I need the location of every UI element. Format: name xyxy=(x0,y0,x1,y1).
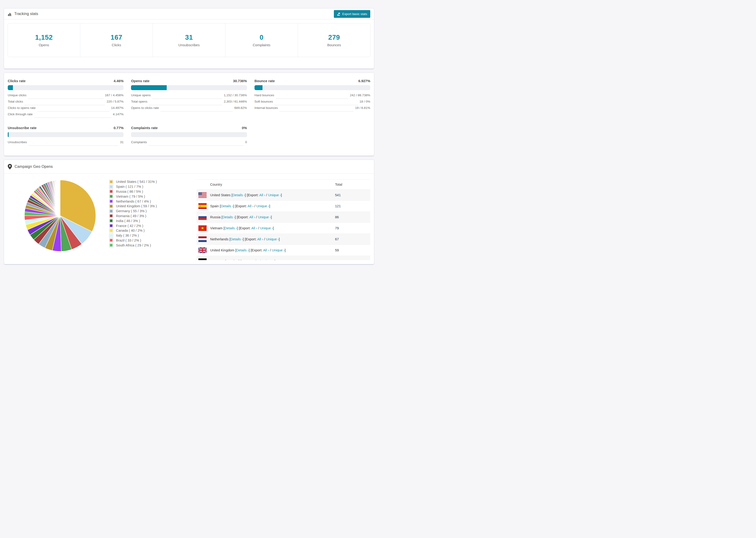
rate-detail-row: Total opens 2,303 / 61.446% xyxy=(131,100,247,106)
rate-detail-label: Unique opens xyxy=(131,93,150,97)
export-icon xyxy=(337,12,341,16)
country-total: 86 xyxy=(335,212,370,223)
rate-block: Bounce rate 6.927% Hard bounces 242 / 86… xyxy=(254,79,370,119)
rate-detail-label: Clicks to opens rate xyxy=(8,106,36,110)
stat-label: Bounces xyxy=(327,43,341,47)
progress-bar xyxy=(254,85,370,90)
rate-block: Clicks rate 4.46% Unique clicks 167 / 4.… xyxy=(8,79,124,119)
legend-item: India ( 46 / 3% ) xyxy=(109,218,157,223)
rate-detail-row: Unsubscribes 31 xyxy=(8,140,124,147)
export-unique-link[interactable]: Unique › xyxy=(266,237,279,241)
legend-item: South Africa ( 29 / 2% ) xyxy=(109,243,157,248)
legend-swatch-icon xyxy=(109,185,113,189)
rate-value: 30.736% xyxy=(233,79,247,83)
geo-opens-pie-chart xyxy=(21,177,99,254)
legend-swatch-icon xyxy=(109,199,113,203)
export-all-link[interactable]: All › xyxy=(253,259,259,260)
progress-bar xyxy=(131,85,247,90)
rate-detail-label: Total clicks xyxy=(8,100,23,103)
export-basic-stats-button[interactable]: Export basic stats xyxy=(334,10,370,18)
flag-es-icon xyxy=(198,203,207,209)
rate-detail-value: 31 xyxy=(120,140,124,144)
export-unique-link[interactable]: Unique › xyxy=(272,248,285,252)
legend-swatch-icon xyxy=(109,234,113,238)
country-column-header: Country xyxy=(196,180,335,190)
rate-detail-row: Total clicks 220 / 5.87% xyxy=(8,100,124,106)
details-link[interactable]: Details › xyxy=(233,193,245,197)
export-all-link[interactable]: All › xyxy=(251,226,257,230)
tracking-stats-header: Tracking stats Export basic stats xyxy=(4,9,374,20)
dotted-leader xyxy=(37,111,109,112)
stat-value: 279 xyxy=(328,33,340,41)
geo-table-row: United States [Details ›] [Export: All ›… xyxy=(196,190,370,201)
export-all-link[interactable]: All › xyxy=(257,237,263,241)
rate-title: Complaints rate xyxy=(131,126,158,130)
rate-block: Opens rate 30.736% Unique opens 1,152 / … xyxy=(131,79,247,119)
country-total: 79 xyxy=(335,223,370,234)
flag-gb-icon xyxy=(198,247,207,253)
legend-swatch-icon xyxy=(109,209,113,213)
export-unique-link[interactable]: Unique › xyxy=(268,193,281,197)
stat-value: 167 xyxy=(111,33,122,41)
rate-detail-value: 18 / 0% xyxy=(359,100,370,103)
export-unique-link[interactable]: Unique › xyxy=(261,259,274,260)
legend-swatch-icon xyxy=(109,243,113,247)
progress-bar xyxy=(131,132,247,137)
section-title: Campaign Geo Opens xyxy=(15,165,53,169)
country-name: Spain xyxy=(210,204,219,208)
stat-box-opens: 1,152 Opens xyxy=(8,24,80,57)
dotted-leader xyxy=(161,111,233,112)
legend-label: United States ( 541 / 31% ) xyxy=(116,180,157,184)
export-all-link[interactable]: All › xyxy=(259,193,265,197)
legend-item: Canada ( 40 / 2% ) xyxy=(109,228,157,233)
rate-detail-value: 4.147% xyxy=(113,112,124,116)
tracking-stats-title-row: Tracking stats xyxy=(8,12,38,16)
rate-detail-value: 0 xyxy=(245,140,247,144)
geo-table-row: Netherlands [Details ›] [Export: All › /… xyxy=(196,234,370,245)
stat-label: Opens xyxy=(39,43,49,47)
export-all-link[interactable]: All › xyxy=(249,215,255,219)
country-total: 541 xyxy=(335,190,370,201)
rate-detail-label: Unique clicks xyxy=(8,93,27,97)
rate-value: 0% xyxy=(242,126,247,130)
export-unique-link[interactable]: Unique › xyxy=(256,204,269,208)
bar-chart-icon xyxy=(8,12,12,16)
flag-ru-icon xyxy=(198,214,207,220)
country-total: 55 xyxy=(335,256,370,260)
geo-table-header-row: Country Total xyxy=(196,180,370,190)
rates-grid: Clicks rate 4.46% Unique clicks 167 / 4.… xyxy=(8,79,370,147)
dotted-leader xyxy=(149,145,243,146)
rate-detail-value: 167 / 4.456% xyxy=(105,93,124,97)
legend-item: France ( 42 / 2% ) xyxy=(109,223,157,228)
progress-fill xyxy=(8,132,9,137)
rate-detail-label: Hard bounces xyxy=(254,93,274,97)
export-unique-link[interactable]: Unique › xyxy=(258,215,271,219)
export-unique-link[interactable]: Unique › xyxy=(260,226,273,230)
details-link[interactable]: Details › xyxy=(230,237,243,241)
export-all-link[interactable]: All › xyxy=(263,248,269,252)
legend-item: Netherlands ( 67 / 4% ) xyxy=(109,199,157,204)
details-link[interactable]: Details › xyxy=(226,259,239,260)
stat-label: Complaints xyxy=(253,43,270,47)
stat-label: Clicks xyxy=(112,43,121,47)
rate-detail-value: 2,303 / 61.446% xyxy=(224,100,247,103)
legend-item: Italy ( 36 / 2% ) xyxy=(109,233,157,238)
rate-block: Complaints rate 0% Complaints 0 xyxy=(131,126,247,147)
rate-value: 6.927% xyxy=(358,79,370,83)
details-link[interactable]: Details › xyxy=(221,204,233,208)
rate-title: Clicks rate xyxy=(8,79,26,83)
geo-table-row: Spain [Details ›] [Export: All › / Uniqu… xyxy=(196,201,370,212)
details-link[interactable]: Details › xyxy=(225,226,237,230)
geo-opens-card: Campaign Geo Opens United States ( 541 /… xyxy=(4,160,374,264)
legend-label: India ( 46 / 3% ) xyxy=(116,219,140,223)
legend-swatch-icon xyxy=(109,229,113,233)
legend-swatch-icon xyxy=(109,214,113,218)
geo-opens-header: Campaign Geo Opens xyxy=(4,160,374,174)
export-all-link[interactable]: All › xyxy=(248,204,253,208)
tracking-stats-card: Tracking stats Export basic stats 1,152 … xyxy=(4,8,374,69)
details-link[interactable]: Details › xyxy=(236,248,249,252)
legend-item: Vietnam ( 79 / 5% ) xyxy=(109,194,157,199)
country-name: Vietnam xyxy=(210,226,223,230)
details-link[interactable]: Details › xyxy=(222,215,235,219)
legend-label: United Kingdom ( 59 / 3% ) xyxy=(116,204,157,208)
